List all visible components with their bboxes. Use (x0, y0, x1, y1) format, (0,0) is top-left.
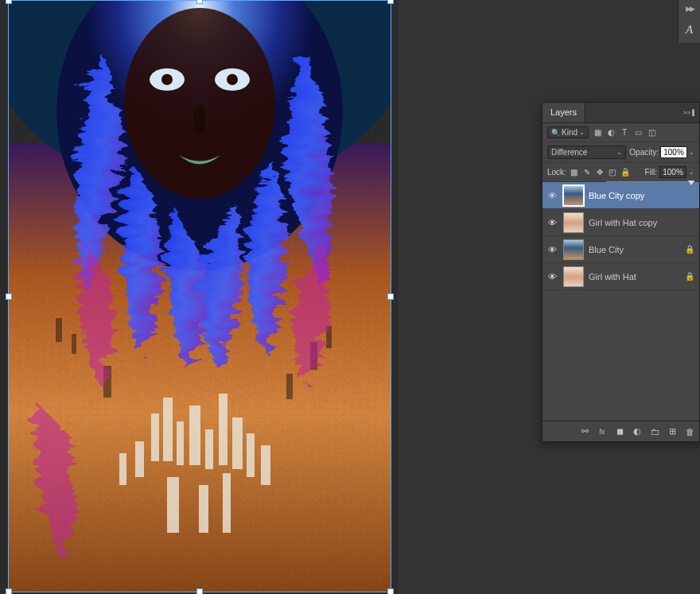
fill-slider-thumb[interactable] (688, 181, 694, 185)
lock-label: Lock: (547, 168, 566, 177)
svg-rect-12 (261, 445, 270, 485)
svg-rect-17 (72, 334, 76, 354)
link-icon[interactable]: ⚯ (578, 425, 591, 438)
svg-rect-11 (119, 453, 126, 485)
svg-point-26 (161, 74, 173, 85)
opacity-label: Opacity: (629, 148, 659, 157)
smartobject-icon[interactable]: ◫ (646, 127, 657, 138)
canvas-area[interactable] (0, 0, 398, 594)
svg-rect-2 (151, 413, 159, 461)
filter-kind-select[interactable]: 🔍 Kind ⌄ (547, 126, 589, 138)
shape-icon[interactable]: ▭ (632, 127, 644, 138)
svg-rect-5 (189, 406, 200, 465)
panel-collapse-icon[interactable]: >>▌ (680, 103, 699, 122)
layer-name-label[interactable]: Blue City (589, 245, 680, 254)
fill-dropdown-icon[interactable]: ⌄ (689, 169, 694, 176)
new-layer-icon[interactable]: ⊞ (666, 425, 679, 438)
svg-rect-4 (177, 421, 184, 465)
fx-icon[interactable]: fx (596, 425, 609, 438)
svg-rect-8 (232, 417, 243, 469)
trash-icon[interactable]: 🗑 (683, 425, 696, 438)
layer-thumbnail[interactable] (563, 185, 584, 206)
svg-rect-10 (247, 433, 255, 477)
layers-panel-footer: ⚯fx◼◐🗀⊞🗑 (542, 421, 699, 441)
layers-panel: Layers >>▌ 🔍 Kind ⌄ ▦◐T▭◫ Difference ⌄ O… (542, 102, 700, 442)
svg-rect-16 (56, 318, 62, 342)
panel-tabbar: Layers >>▌ (542, 103, 699, 123)
lock-transparent-icon[interactable]: ▩ (569, 167, 580, 178)
layer-list: 👁Blue City copy👁Girl with Hat copy👁Blue … (542, 182, 699, 421)
svg-rect-9 (135, 441, 144, 477)
fill-input[interactable]: 100% (659, 166, 686, 178)
fill-label: Fill: (644, 168, 657, 177)
right-toolstrip: ▶▶ A (678, 0, 700, 43)
blend-mode-value: Difference (551, 148, 587, 157)
svg-rect-6 (205, 429, 213, 469)
blend-opacity-row: Difference ⌄ Opacity: 100% ⌄ (542, 142, 699, 163)
image-icon[interactable]: ▦ (592, 127, 603, 138)
layer-row[interactable]: 👁Girl with Hat copy (542, 209, 699, 236)
lock-position-icon[interactable]: ✥ (594, 167, 605, 178)
svg-rect-14 (199, 485, 208, 533)
adjustment-layer-icon[interactable]: ◐ (631, 425, 644, 438)
adjustment-icon[interactable]: ◐ (605, 127, 616, 138)
layer-thumbnail[interactable] (563, 239, 584, 260)
layer-row[interactable]: 👁Blue City copy (542, 182, 699, 209)
svg-rect-7 (219, 394, 228, 465)
lock-artboard-icon[interactable]: ◰ (607, 167, 618, 178)
svg-rect-19 (326, 326, 332, 348)
svg-rect-13 (167, 477, 179, 533)
svg-point-28 (227, 74, 238, 85)
artboard[interactable] (8, 0, 391, 592)
lock-indicator-icon: 🔒 (685, 245, 696, 254)
svg-point-24 (124, 8, 275, 199)
visibility-toggle-icon[interactable]: 👁 (546, 218, 558, 227)
group-icon[interactable]: 🗀 (648, 425, 661, 438)
filter-kind-label: Kind (562, 128, 578, 137)
svg-point-29 (193, 105, 206, 134)
svg-rect-20 (103, 366, 111, 398)
visibility-toggle-icon[interactable]: 👁 (546, 191, 558, 200)
layer-row[interactable]: 👁Blue City🔒 (542, 236, 699, 263)
layer-thumbnail[interactable] (563, 266, 584, 287)
visibility-toggle-icon[interactable]: 👁 (546, 245, 558, 254)
opacity-input[interactable]: 100% (660, 146, 687, 158)
character-panel-icon[interactable]: A (681, 21, 698, 38)
visibility-toggle-icon[interactable]: 👁 (546, 272, 558, 281)
layer-thumbnail[interactable] (563, 212, 584, 233)
lock-indicator-icon: 🔒 (685, 272, 696, 281)
blend-mode-select[interactable]: Difference ⌄ (547, 146, 626, 159)
type-icon[interactable]: T (619, 127, 630, 138)
svg-rect-21 (286, 374, 293, 399)
svg-rect-3 (163, 398, 173, 461)
layers-tab[interactable]: Layers (542, 103, 585, 122)
opacity-dropdown-icon[interactable]: ⌄ (689, 149, 694, 156)
mask-icon[interactable]: ◼ (613, 425, 626, 438)
layer-name-label[interactable]: Girl with Hat copy (589, 218, 680, 227)
layer-filter-row: 🔍 Kind ⌄ ▦◐T▭◫ (542, 123, 699, 142)
fill-slider-track[interactable] (606, 181, 694, 182)
lock-fill-row: Lock: ▩✎✥◰🔒 Fill: 100% ⌄ (542, 163, 699, 182)
layer-name-label[interactable]: Girl with Hat (589, 272, 680, 281)
svg-rect-15 (223, 473, 231, 533)
collapse-panels-icon[interactable]: ▶▶ (686, 5, 694, 13)
lock-brush-icon[interactable]: ✎ (581, 167, 593, 178)
lock-all-icon[interactable]: 🔒 (620, 167, 631, 178)
composite-image (8, 0, 391, 592)
layer-name-label[interactable]: Blue City copy (589, 191, 680, 200)
layer-row[interactable]: 👁Girl with Hat🔒 (542, 263, 699, 290)
